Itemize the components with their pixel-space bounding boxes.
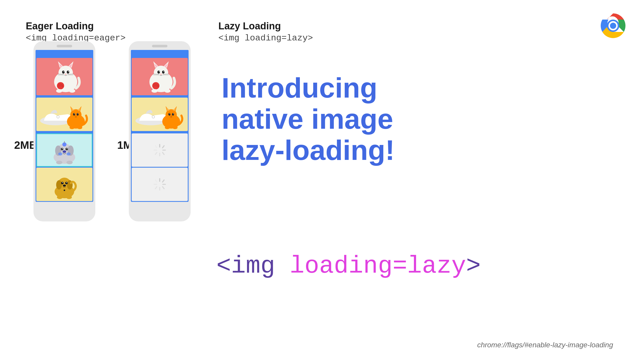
- golden-dog-image-card-left: [36, 168, 92, 201]
- phone-notch-left: [57, 45, 72, 47]
- svg-point-62: [66, 195, 72, 199]
- svg-point-42: [62, 148, 63, 149]
- svg-line-111: [155, 180, 157, 182]
- svg-point-94: [165, 126, 170, 129]
- svg-point-56: [65, 182, 68, 184]
- svg-point-29: [73, 113, 75, 116]
- svg-point-44: [63, 150, 66, 153]
- svg-line-107: [163, 187, 164, 189]
- svg-line-101: [155, 152, 157, 154]
- section-labels: Eager Loading <img loading=eager> Lazy L…: [26, 21, 313, 43]
- svg-point-89: [168, 113, 171, 116]
- footer-url: chrome://flags/#enable-lazy-image-loadin…: [477, 341, 613, 349]
- lazy-loading-code: <img loading=lazy>: [218, 33, 313, 43]
- phone-screen-left: [36, 50, 93, 202]
- phone-bar-right: [131, 50, 189, 57]
- svg-point-79: [151, 89, 158, 93]
- svg-point-50: [66, 161, 73, 164]
- code-bracket-open: <img: [216, 252, 290, 280]
- svg-point-31: [74, 114, 74, 114]
- phone-bar-left: [36, 50, 93, 57]
- phone-screen-right: [131, 50, 189, 202]
- shoe-image-card-right: [132, 98, 188, 131]
- svg-line-103: [155, 146, 157, 148]
- svg-point-72: [164, 71, 164, 72]
- svg-point-49: [56, 161, 62, 164]
- svg-point-20: [69, 89, 75, 93]
- svg-point-90: [172, 113, 174, 116]
- eager-loading-phone: [33, 41, 95, 221]
- svg-point-12: [68, 71, 69, 72]
- svg-point-43: [67, 148, 67, 149]
- svg-point-92: [173, 114, 173, 114]
- svg-point-73: [160, 74, 162, 75]
- svg-point-30: [77, 113, 79, 116]
- svg-point-59: [63, 185, 66, 187]
- chrome-logo: [598, 10, 629, 41]
- svg-point-69: [157, 71, 160, 74]
- code-attr: loading=lazy: [290, 252, 466, 280]
- svg-point-95: [173, 126, 178, 129]
- svg-point-35: [77, 126, 82, 129]
- svg-point-22: [57, 116, 59, 118]
- svg-point-82: [152, 116, 155, 118]
- svg-point-91: [169, 114, 170, 114]
- svg-point-93: [171, 116, 172, 117]
- svg-line-97: [163, 146, 164, 148]
- svg-point-80: [164, 89, 171, 93]
- svg-point-45: [58, 152, 62, 156]
- viewport-indicator: [131, 132, 189, 133]
- svg-point-13: [65, 74, 66, 75]
- code-example-line: <img loading=lazy>: [216, 252, 481, 280]
- svg-point-4: [58, 66, 73, 80]
- introducing-line1: Introducing: [222, 72, 613, 103]
- eager-loading-title: Eager Loading: [26, 21, 126, 32]
- svg-point-58: [66, 182, 67, 183]
- svg-point-41: [65, 148, 68, 150]
- spinner-card-1: [132, 133, 188, 167]
- eager-loading-label: Eager Loading <img loading=eager>: [26, 21, 126, 43]
- lazy-loading-phone: [129, 41, 191, 221]
- introducing-text-block: Introducing native image lazy-loading!: [222, 72, 613, 166]
- svg-point-70: [162, 71, 165, 74]
- svg-line-99: [163, 152, 164, 154]
- svg-point-55: [61, 182, 64, 184]
- svg-point-71: [159, 71, 160, 72]
- introducing-line2: native image: [222, 103, 613, 134]
- svg-point-32: [78, 114, 78, 114]
- phone-divider-right-1: [132, 96, 188, 97]
- svg-point-2: [610, 23, 616, 29]
- phone-divider-1: [36, 96, 92, 97]
- code-bracket-close: >: [466, 252, 481, 280]
- spinner-card-2: [132, 168, 188, 201]
- svg-point-33: [75, 116, 77, 117]
- svg-point-57: [62, 182, 63, 183]
- phone-divider-2: [36, 132, 92, 133]
- dog-image-card-left: [36, 133, 92, 167]
- phone-notch-right: [152, 45, 167, 47]
- svg-point-11: [64, 71, 64, 72]
- svg-point-40: [61, 148, 63, 150]
- svg-point-9: [62, 71, 65, 74]
- svg-point-19: [56, 89, 62, 93]
- svg-point-10: [67, 71, 69, 74]
- svg-point-46: [66, 152, 71, 156]
- svg-point-34: [70, 126, 75, 129]
- lazy-loading-label: Lazy Loading <img loading=lazy>: [218, 21, 313, 43]
- shoe-image-card-left: [36, 98, 92, 131]
- svg-point-53: [56, 180, 62, 189]
- svg-point-64: [154, 66, 168, 80]
- svg-line-109: [155, 187, 157, 189]
- svg-line-105: [163, 180, 164, 182]
- introducing-line3: lazy-loading!: [222, 134, 613, 166]
- lazy-loading-title: Lazy Loading: [218, 21, 313, 32]
- svg-point-60: [64, 189, 65, 191]
- cat-image-card-left: [36, 58, 92, 95]
- cat-image-card-right: [132, 58, 188, 95]
- svg-point-61: [57, 195, 63, 199]
